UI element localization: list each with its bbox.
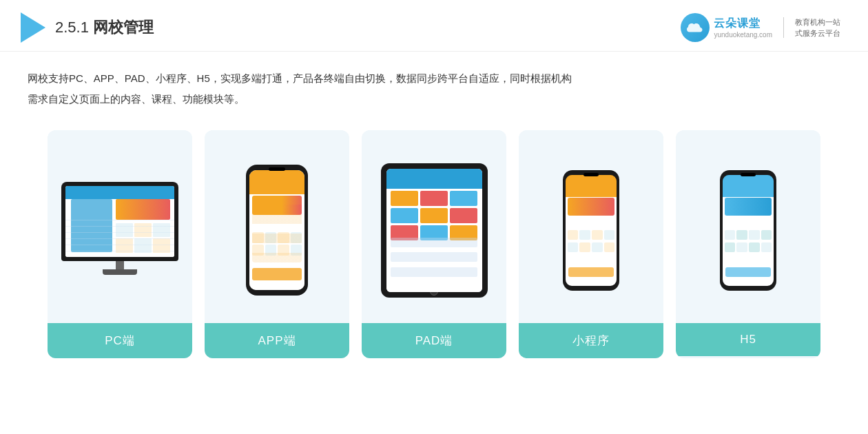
pad-icon	[381, 163, 488, 298]
phone-app-icon	[246, 165, 308, 296]
brand-name: 云朵课堂	[714, 17, 761, 31]
title-bold: 网校管理	[93, 19, 154, 36]
brand-url: yunduoketang.com	[714, 31, 772, 39]
phone-miniprogram-icon	[563, 170, 619, 291]
card-image-miniprogram	[519, 130, 663, 323]
card-image-h5	[676, 130, 820, 323]
page-container: 2.5.1 网校管理 云朵课堂 yunduoketang.com 教育机构一站 …	[0, 0, 868, 434]
description-block: 网校支持PC、APP、PAD、小程序、H5，实现多端打通，产品各终端自由切换，数…	[0, 52, 868, 116]
phone-h5-icon	[720, 170, 776, 291]
card-image-pc	[48, 130, 192, 323]
card-pc: PC端	[48, 130, 192, 358]
header-right: 云朵课堂 yunduoketang.com 教育机构一站 式服务云平台	[681, 13, 840, 42]
brand-logo: 云朵课堂 yunduoketang.com	[681, 13, 772, 42]
description-line2: 需求自定义页面上的内容、课程、功能模块等。	[28, 89, 840, 110]
description-line1: 网校支持PC、APP、PAD、小程序、H5，实现多端打通，产品各终端自由切换，数…	[28, 68, 840, 89]
card-image-pad	[362, 130, 506, 323]
brand-slogan: 教育机构一站 式服务云平台	[795, 17, 840, 39]
card-label-pad: PAD端	[362, 323, 506, 358]
card-h5: H5	[676, 130, 820, 358]
header: 2.5.1 网校管理 云朵课堂 yunduoketang.com 教育机构一站 …	[0, 0, 868, 52]
card-app: APP端	[205, 130, 349, 358]
title-prefix: 2.5.1	[55, 19, 93, 36]
page-title: 2.5.1 网校管理	[55, 17, 154, 38]
card-label-app: APP端	[205, 323, 349, 358]
cloud-icon	[681, 13, 710, 42]
card-label-h5: H5	[676, 323, 820, 356]
header-left: 2.5.1 网校管理	[21, 12, 154, 43]
logo-triangle-icon	[21, 12, 45, 43]
brand-text: 云朵课堂 yunduoketang.com	[714, 17, 772, 39]
card-image-app	[205, 130, 349, 323]
card-label-pc: PC端	[48, 323, 192, 358]
pc-monitor-icon	[61, 182, 178, 278]
vertical-divider	[783, 17, 784, 38]
cards-section: PC端	[0, 116, 868, 372]
card-miniprogram: 小程序	[519, 130, 663, 358]
card-label-miniprogram: 小程序	[519, 323, 663, 358]
card-pad: PAD端	[362, 130, 506, 358]
